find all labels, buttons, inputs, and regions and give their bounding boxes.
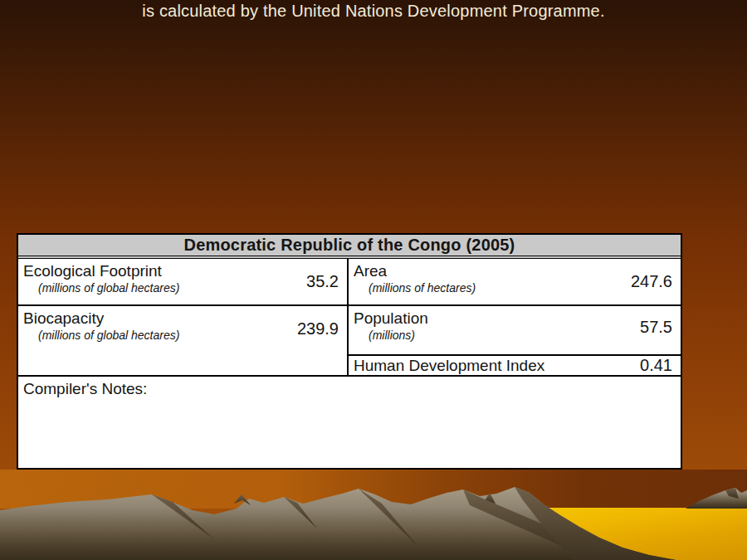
compilers-notes-label: Compiler's Notes: (23, 379, 676, 399)
cell-human-development-index: Human Development Index 0.41 (349, 356, 681, 377)
population-value: 57.5 (640, 318, 672, 337)
slide-caption: is calculated by the United Nations Deve… (0, 1, 747, 21)
hdi-label: Human Development Index (354, 356, 544, 375)
country-data-table: Democratic Republic of the Congo (2005) … (17, 233, 682, 470)
cell-ecological-footprint: Ecological Footprint (millions of global… (18, 259, 349, 306)
cell-population: Population (millions) 57.5 (349, 306, 681, 356)
population-unit: (millions) (369, 329, 676, 343)
table-title: Democratic Republic of the Congo (2005) (18, 235, 681, 259)
area-unit: (millions of hectares) (369, 281, 676, 295)
area-label: Area (354, 261, 676, 281)
ecological-footprint-value: 35.2 (306, 272, 339, 291)
cell-area: Area (millions of hectares) 247.6 (349, 259, 681, 306)
area-value: 247.6 (631, 272, 672, 291)
hdi-value: 0.41 (640, 356, 672, 375)
population-label: Population (354, 309, 676, 329)
cell-compilers-notes: Compiler's Notes: (18, 377, 681, 468)
slide-background: is calculated by the United Nations Deve… (0, 0, 747, 560)
ecological-footprint-unit: (millions of global hectares) (38, 281, 342, 295)
mountains-graphic (0, 469, 747, 560)
biocapacity-label: Biocapacity (23, 309, 342, 329)
cell-biocapacity: Biocapacity (millions of global hectares… (18, 306, 349, 377)
ecological-footprint-label: Ecological Footprint (23, 261, 342, 281)
biocapacity-value: 239.9 (297, 319, 339, 338)
